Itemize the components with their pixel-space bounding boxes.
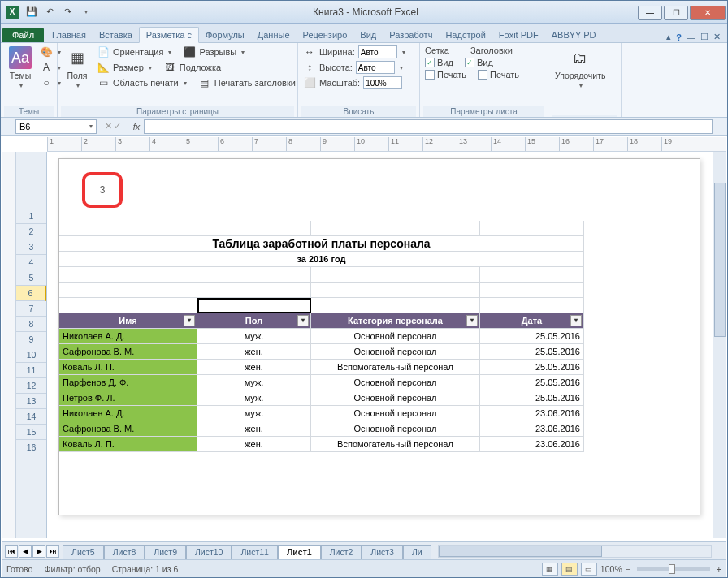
ribbon-tab-3[interactable]: Формулы: [199, 28, 251, 42]
filter-button[interactable]: ▾: [184, 315, 195, 326]
tab-nav-next[interactable]: ▶: [32, 545, 46, 558]
print-area-button[interactable]: ▭Область печати▾: [95, 75, 188, 90]
table-row[interactable]: Петров Ф. Л.муж.Основной персонал25.05.2…: [59, 390, 700, 406]
sheet-tab[interactable]: Ли: [403, 545, 431, 559]
cell-name[interactable]: Сафронова В. М.: [59, 344, 197, 360]
cell-sex[interactable]: жен.: [197, 344, 311, 360]
row-header[interactable]: 12: [16, 378, 46, 394]
cell-name[interactable]: Сафронова В. М.: [59, 421, 197, 437]
page-break-view-button[interactable]: ▭: [581, 563, 597, 576]
zoom-out-button[interactable]: −: [626, 564, 630, 574]
row-header[interactable]: 13: [16, 394, 46, 409]
grid-print-checkbox[interactable]: [425, 70, 435, 80]
row-header[interactable]: 9: [16, 332, 46, 347]
table-row[interactable]: Сафронова В. М.жен.Основной персонал23.0…: [59, 421, 700, 437]
cell[interactable]: [311, 267, 480, 283]
cell[interactable]: [311, 298, 480, 313]
doc-close-icon[interactable]: ✕: [713, 32, 721, 42]
sheet-tab[interactable]: Лист2: [321, 545, 362, 559]
cell[interactable]: [480, 221, 584, 236]
cell[interactable]: [311, 221, 480, 236]
row-header[interactable]: 15: [16, 425, 46, 440]
ribbon-tab-6[interactable]: Вид: [353, 28, 383, 42]
doc-minimize-icon[interactable]: —: [687, 32, 696, 42]
themes-button[interactable]: Aa Темы▾: [4, 45, 37, 106]
cell[interactable]: [197, 283, 311, 298]
scale-input[interactable]: [363, 76, 402, 89]
cell-name[interactable]: Николаев А. Д.: [59, 406, 197, 421]
col-header-date[interactable]: Дата▾: [480, 313, 584, 329]
row-header[interactable]: 11: [16, 363, 46, 378]
table-row[interactable]: Парфенов Д. Ф.муж.Основной персонал25.05…: [59, 375, 700, 390]
tab-nav-last[interactable]: ⏭: [46, 545, 59, 558]
width-input[interactable]: [358, 45, 397, 58]
file-tab[interactable]: Файл: [2, 28, 44, 42]
background-button[interactable]: 🖼Подложка: [162, 60, 223, 75]
hscroll-thumb[interactable]: [439, 546, 602, 557]
spreadsheet-grid[interactable]: Таблица заработной платы персоналаза 201…: [59, 221, 700, 452]
cell-category[interactable]: Вспомогательный персонал: [311, 360, 480, 375]
col-header-category[interactable]: Категория персонала▾: [311, 313, 480, 329]
formula-input[interactable]: [144, 119, 713, 134]
tab-nav-first[interactable]: ⏮: [5, 545, 18, 558]
cell[interactable]: [197, 221, 311, 236]
table-row[interactable]: Коваль Л. П.жен.Вспомогательный персонал…: [59, 437, 700, 452]
table-row[interactable]: [59, 283, 700, 298]
grid-view-checkbox[interactable]: ✓: [425, 58, 435, 67]
table-row[interactable]: [59, 298, 700, 313]
table-row[interactable]: Коваль Л. П.жен.Вспомогательный персонал…: [59, 360, 700, 375]
cell-sex[interactable]: муж.: [197, 406, 311, 421]
filter-button[interactable]: ▾: [297, 315, 309, 326]
cell-date[interactable]: 23.06.2016: [480, 437, 584, 452]
sheet-tab[interactable]: Лист10: [186, 545, 232, 559]
cell-date[interactable]: 23.06.2016: [480, 421, 584, 437]
normal-view-button[interactable]: ▦: [542, 563, 558, 576]
cell-sex[interactable]: муж.: [197, 329, 311, 344]
ribbon-tab-1[interactable]: Вставка: [93, 28, 139, 42]
cell[interactable]: [59, 283, 197, 298]
cell-sex[interactable]: муж.: [197, 375, 311, 390]
cell-date[interactable]: 25.05.2016: [480, 390, 584, 406]
cell-name[interactable]: Коваль Л. П.: [59, 437, 197, 452]
cell-category[interactable]: Основной персонал: [311, 375, 480, 390]
cell-sex[interactable]: муж.: [197, 390, 311, 406]
qat-dropdown[interactable]: ▾: [77, 4, 93, 20]
table-row[interactable]: [59, 221, 700, 236]
sheet-tab[interactable]: Лист5: [63, 545, 104, 559]
sheet-tab[interactable]: Лист3: [362, 545, 403, 559]
name-box[interactable]: B6▾: [15, 119, 97, 134]
maximize-button[interactable]: ☐: [664, 6, 688, 20]
cell-date[interactable]: 25.05.2016: [480, 375, 584, 390]
row-header[interactable]: 10: [16, 347, 46, 363]
ribbon-tab-5[interactable]: Рецензиро: [297, 28, 354, 42]
headings-print-checkbox[interactable]: [478, 70, 488, 80]
cell-category[interactable]: Вспомогательный персонал: [311, 437, 480, 452]
table-row[interactable]: [59, 267, 700, 283]
size-button[interactable]: 📐Размер▾: [95, 60, 154, 75]
cell[interactable]: [197, 298, 311, 313]
close-button[interactable]: ✕: [690, 6, 726, 20]
col-header-sex[interactable]: Пол▾: [197, 313, 311, 329]
sheet-tab[interactable]: Лист8: [104, 545, 145, 559]
zoom-thumb[interactable]: [669, 564, 675, 574]
cell[interactable]: [480, 283, 584, 298]
cell[interactable]: [59, 298, 197, 313]
table-row[interactable]: Таблица заработной платы персонала: [59, 236, 700, 252]
cell[interactable]: [480, 298, 584, 313]
ribbon-tab-10[interactable]: ABBYY PD: [545, 28, 603, 42]
col-header-name[interactable]: Имя▾: [59, 313, 197, 329]
breaks-button[interactable]: ⬛Разрывы▾: [181, 45, 246, 59]
ribbon-tab-9[interactable]: Foxit PDF: [492, 28, 545, 42]
cell[interactable]: [480, 267, 584, 283]
height-input[interactable]: [356, 61, 395, 74]
arrange-button[interactable]: 🗂 Упорядочить▾: [552, 45, 609, 115]
doc-restore-icon[interactable]: ☐: [700, 32, 708, 42]
zoom-slider[interactable]: [637, 567, 710, 571]
table-row[interactable]: Николаев А. Д.муж.Основной персонал23.06…: [59, 406, 700, 421]
undo-button[interactable]: ↶: [41, 4, 58, 20]
cell[interactable]: [59, 267, 197, 283]
sheet-tab[interactable]: Лист9: [145, 545, 186, 559]
cancel-icon[interactable]: ✕: [105, 121, 112, 132]
ribbon-tab-8[interactable]: Надстрой: [439, 28, 492, 42]
row-header[interactable]: 8: [16, 317, 46, 332]
